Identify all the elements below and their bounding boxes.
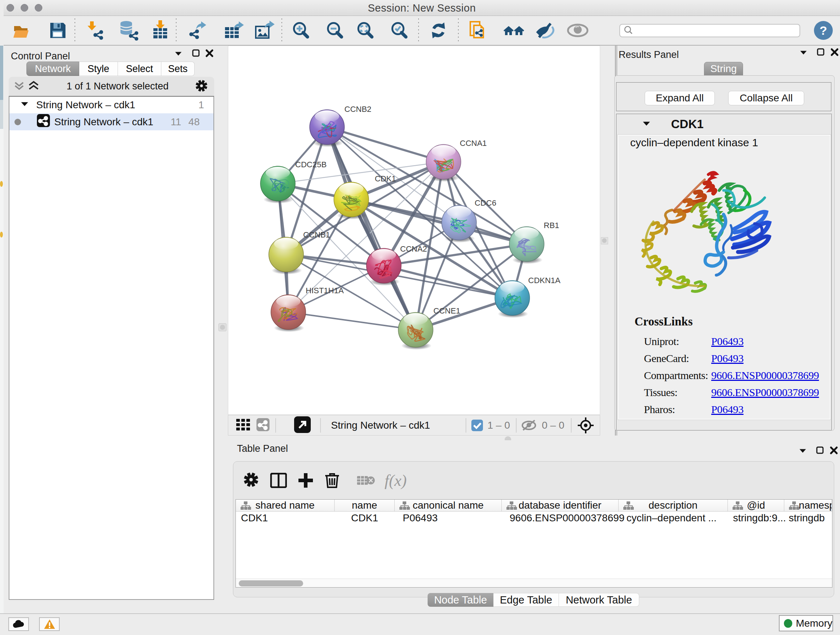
svg-text:CCNB2: CCNB2 bbox=[344, 105, 371, 114]
svg-text:CDK1: CDK1 bbox=[375, 174, 396, 183]
svg-text:CDC25B: CDC25B bbox=[295, 160, 327, 169]
svg-text:CCNE1: CCNE1 bbox=[433, 306, 461, 315]
svg-text:CDKN1A: CDKN1A bbox=[528, 276, 561, 285]
svg-text:CDC6: CDC6 bbox=[475, 198, 496, 207]
svg-text:RB1: RB1 bbox=[544, 221, 559, 230]
svg-text:CCNA2: CCNA2 bbox=[400, 244, 427, 253]
svg-text:HIST1H1A: HIST1H1A bbox=[306, 286, 344, 295]
svg-text:CCNB1: CCNB1 bbox=[303, 230, 330, 239]
svg-text:CCNA1: CCNA1 bbox=[460, 139, 487, 148]
